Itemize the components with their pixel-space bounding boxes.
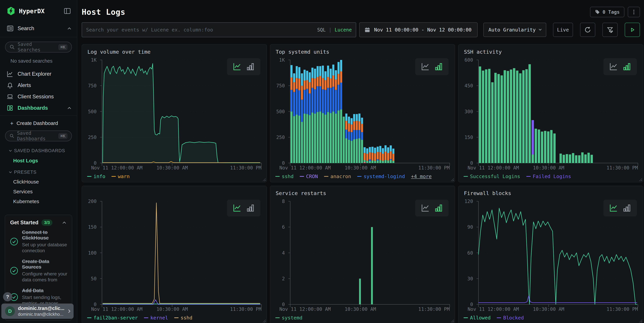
y-axis-labels: 1K7505002500: [270, 60, 288, 163]
resize-handle[interactable]: [639, 319, 642, 322]
saved-dashboards-input[interactable]: Saved Dashboards ⌘K: [5, 131, 72, 141]
sidebar-item-dashboards[interactable]: Dashboards: [0, 102, 77, 114]
legend-item[interactable]: Successful Logins: [464, 174, 520, 179]
granularity-select[interactable]: Auto Granularity: [483, 23, 546, 37]
resize-handle[interactable]: [639, 178, 642, 181]
chart-type-toggle[interactable]: [604, 200, 637, 216]
bar-chart-icon[interactable]: [622, 62, 632, 72]
y-axis-labels: 6004503001500: [458, 60, 476, 163]
sidebar-nav: Chart Explorer Alerts Client Sessions Da…: [0, 68, 77, 114]
bar-chart-icon[interactable]: [246, 203, 255, 213]
legend-item[interactable]: Failed Logins: [526, 174, 571, 179]
legend-item[interactable]: Blocked: [497, 315, 524, 321]
avatar: D: [5, 306, 15, 316]
legend-label: fail2ban-server: [94, 315, 138, 321]
chart-type-toggle[interactable]: [604, 58, 637, 75]
legend-item[interactable]: +4 more: [411, 174, 432, 179]
saved-searches-input[interactable]: Saved Searches ⌘K: [5, 42, 72, 53]
sidebar-item-search[interactable]: Search: [0, 25, 77, 37]
resize-handle[interactable]: [451, 178, 454, 181]
y-axis-labels: 86420: [270, 201, 288, 304]
presets-header[interactable]: PRESETS: [0, 170, 77, 175]
x-axis-label: 10:30:00 AM: [156, 306, 188, 312]
collapse-sidebar-icon[interactable]: [64, 7, 71, 15]
legend-item[interactable]: sshd: [174, 315, 192, 321]
more-options-button[interactable]: [628, 7, 640, 17]
legend-label: info: [94, 174, 105, 179]
y-axis-label: 250: [276, 134, 285, 140]
refresh-icon: [584, 26, 592, 34]
legend-label: warn: [118, 174, 130, 179]
sidebar-item-label: Alerts: [18, 82, 31, 88]
chevron-up-icon[interactable]: [68, 107, 71, 110]
create-dashboard-button[interactable]: + Create Dashboard: [0, 118, 77, 128]
filter-button[interactable]: [602, 23, 618, 37]
sidebar-item-host-logs[interactable]: Host Logs: [0, 158, 77, 164]
line-chart-icon[interactable]: [420, 62, 430, 72]
run-query-button[interactable]: [625, 23, 640, 37]
chart-legend: systemd: [275, 315, 302, 321]
event-search-input[interactable]: Search your events w/ Lucene ex. column:…: [82, 22, 356, 37]
chart-type-toggle[interactable]: [227, 58, 260, 75]
sidebar-item-kubernetes[interactable]: Kubernetes: [0, 199, 77, 204]
legend-item[interactable]: warn: [112, 174, 130, 179]
get-started-item-sources[interactable]: Create Data Sources Configure where your…: [5, 259, 72, 283]
bar-chart-icon[interactable]: [434, 62, 444, 72]
sidebar-item-chart-explorer[interactable]: Chart Explorer: [0, 68, 77, 80]
live-button[interactable]: Live: [553, 23, 573, 37]
chart-type-toggle[interactable]: [415, 200, 449, 216]
refresh-button[interactable]: [580, 23, 595, 37]
get-started-header[interactable]: Get Started 3/3: [5, 215, 72, 230]
sidebar-item-clickhouse[interactable]: ClickHouse: [0, 179, 77, 185]
sql-toggle[interactable]: SQL: [317, 27, 326, 33]
lucene-toggle[interactable]: Lucene: [335, 27, 352, 33]
resize-handle[interactable]: [263, 319, 266, 322]
granularity-value: Auto Granularity: [488, 27, 536, 33]
legend-item[interactable]: kernel: [144, 315, 168, 321]
legend-label: Allowed: [470, 315, 490, 321]
line-chart-icon[interactable]: [232, 62, 242, 72]
line-chart-icon[interactable]: [609, 203, 618, 213]
legend-swatch: [144, 317, 148, 318]
magnifier-icon: [10, 133, 14, 139]
legend-swatch: [275, 317, 280, 318]
chart-type-toggle[interactable]: [227, 200, 260, 216]
chart-type-toggle[interactable]: [415, 58, 449, 75]
legend-swatch: [526, 176, 531, 177]
legend-item[interactable]: Allowed: [464, 315, 490, 321]
chevron-up-icon[interactable]: [62, 222, 66, 225]
chevron-up-icon[interactable]: [68, 28, 71, 31]
saved-dashboards-header[interactable]: SAVED DASHBOARDS: [0, 148, 77, 153]
get-started-item-connect[interactable]: Connect to ClickHouse Set up your databa…: [5, 230, 72, 254]
x-axis-label: 10:30:00 AM: [533, 306, 564, 312]
user-menu[interactable]: D dominic.tran@clic... dominic.tran@clic…: [1, 303, 74, 319]
legend-item[interactable]: CRON: [300, 174, 318, 179]
sidebar-item-services[interactable]: Services: [0, 189, 77, 194]
bar-chart-icon[interactable]: [246, 62, 255, 72]
line-chart-icon[interactable]: [609, 62, 618, 72]
x-axis-label: 10:30:00 AM: [533, 165, 564, 171]
play-icon: [629, 27, 636, 33]
line-chart-icon[interactable]: [232, 203, 242, 213]
tags-button[interactable]: 0 Tags: [590, 7, 624, 17]
sidebar-item-alerts[interactable]: Alerts: [0, 80, 77, 91]
line-chart-icon[interactable]: [420, 203, 430, 213]
query-language-toggle[interactable]: SQL | Lucene: [317, 27, 352, 33]
legend-item[interactable]: systemd-logind: [357, 174, 405, 179]
legend-item[interactable]: anacron: [324, 174, 351, 179]
legend-item[interactable]: fail2ban-server: [87, 315, 138, 321]
sidebar-item-label: Dashboards: [18, 105, 48, 111]
legend-item[interactable]: sshd: [275, 174, 294, 179]
legend-item[interactable]: info: [87, 174, 105, 179]
date-range-picker[interactable]: Nov 11 00:00:00 - Nov 12 00:00:00: [359, 22, 478, 37]
bar-chart-icon[interactable]: [622, 203, 632, 213]
resize-handle[interactable]: [451, 319, 454, 322]
calendar-icon: [364, 27, 370, 33]
bar-chart-icon[interactable]: [434, 203, 444, 213]
chart-plot: [102, 60, 262, 163]
sidebar-item-client-sessions[interactable]: Client Sessions: [0, 91, 77, 102]
legend-item[interactable]: systemd: [275, 315, 302, 321]
help-button[interactable]: ?: [3, 292, 12, 301]
resize-handle[interactable]: [263, 178, 266, 181]
y-axis-label: 1K: [279, 57, 285, 63]
